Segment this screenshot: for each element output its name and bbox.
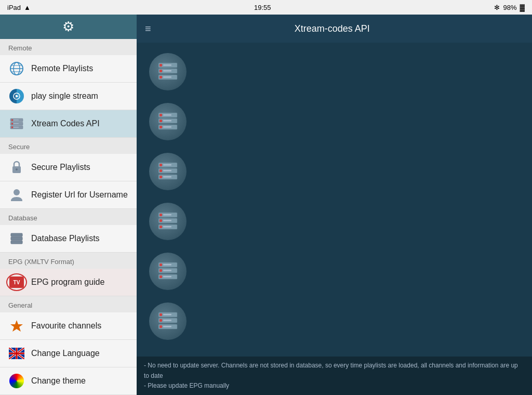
svg-rect-57 (159, 176, 162, 178)
section-epg: EPG (XMLTV Format) (0, 253, 137, 269)
svg-rect-19 (11, 233, 22, 236)
svg-rect-8 (11, 120, 13, 121)
server-icon-6 (149, 302, 187, 340)
server-icon-4 (149, 203, 187, 240)
server-item-1[interactable] (147, 48, 522, 96)
star-icon (8, 318, 25, 334)
sidebar: ⚙ Remote Remote Playlists (0, 15, 137, 395)
svg-rect-75 (159, 275, 162, 278)
svg-rect-34 (163, 64, 171, 66)
sidebar-item-database-playlists[interactable]: Database Playlists (0, 225, 137, 253)
server-item-5[interactable] (147, 247, 522, 295)
svg-rect-21 (11, 241, 22, 244)
svg-marker-6 (16, 95, 19, 98)
sidebar-item-play-single-stream[interactable]: play single stream (0, 83, 137, 110)
section-database: Database (0, 209, 137, 225)
sidebar-item-remote-playlists[interactable]: Remote Playlists (0, 55, 137, 83)
bottom-info: - No need to update server. Channels are… (137, 357, 532, 395)
svg-rect-70 (163, 264, 171, 266)
svg-rect-31 (16, 348, 18, 359)
wifi-icon: ▲ (24, 4, 31, 11)
svg-rect-52 (163, 164, 171, 166)
svg-rect-40 (163, 76, 171, 78)
svg-rect-58 (163, 176, 171, 178)
svg-rect-49 (163, 126, 171, 128)
bottom-info-line-1: - No need to update server. Channels are… (144, 361, 525, 380)
server-icon-2 (149, 103, 187, 140)
person-icon (8, 187, 25, 203)
server-list (137, 43, 532, 357)
svg-rect-72 (159, 269, 162, 272)
battery-percent: 98% (503, 4, 516, 11)
change-theme-label: Change theme (31, 376, 86, 386)
svg-rect-45 (159, 120, 162, 122)
svg-rect-64 (163, 220, 171, 221)
xtream-codes-api-label: Xtream Codes API (31, 119, 100, 128)
theme-icon (8, 373, 25, 389)
secure-playlists-label: Secure Playlists (31, 163, 90, 172)
database-playlists-label: Database Playlists (31, 234, 100, 243)
sidebar-header: ⚙ (0, 15, 137, 39)
svg-rect-20 (11, 237, 22, 240)
remote-playlists-label: Remote Playlists (31, 64, 93, 73)
battery-icon: ▓ (520, 4, 525, 11)
status-time: 19:55 (254, 4, 271, 11)
server-icon-3 (149, 153, 187, 190)
sidebar-item-favourite-channels[interactable]: Favourite channels (0, 312, 137, 340)
change-language-label: Change Language (31, 349, 100, 358)
globe-icon (8, 60, 25, 77)
svg-rect-36 (159, 70, 162, 72)
app-container: ⚙ Remote Remote Playlists (0, 15, 532, 395)
favourite-channels-label: Favourite channels (31, 321, 101, 331)
svg-rect-55 (163, 170, 171, 172)
sidebar-item-change-language[interactable]: Change Language (0, 340, 137, 367)
svg-rect-66 (159, 226, 162, 228)
svg-rect-60 (159, 214, 162, 216)
epg-program-guide-label: EPG program guide (31, 278, 104, 287)
svg-rect-9 (14, 120, 19, 121)
sidebar-item-register-url[interactable]: Register Url for Username (0, 181, 137, 209)
server-item-6[interactable] (147, 297, 522, 345)
svg-rect-63 (159, 219, 162, 222)
gear-icon[interactable]: ⚙ (62, 19, 74, 35)
topbar: ≡ Xtream-codes API (137, 15, 532, 43)
svg-rect-76 (163, 276, 171, 278)
sidebar-item-secure-playlists[interactable]: Secure Playlists (0, 154, 137, 181)
svg-rect-33 (159, 64, 162, 67)
section-remote: Remote (0, 39, 137, 55)
lock-icon (8, 159, 25, 176)
svg-rect-39 (159, 76, 162, 78)
main-content: ≡ Xtream-codes API (137, 15, 532, 395)
svg-rect-43 (163, 114, 171, 116)
hamburger-icon[interactable]: ≡ (145, 23, 151, 35)
svg-rect-12 (14, 123, 19, 124)
svg-rect-51 (159, 164, 162, 166)
svg-rect-11 (11, 123, 13, 125)
status-right: ✻ 98% ▓ (494, 4, 525, 11)
server-item-4[interactable] (147, 198, 522, 245)
svg-rect-85 (163, 326, 171, 327)
server-item-2[interactable] (147, 98, 522, 146)
svg-rect-54 (159, 169, 162, 172)
status-left: iPad ▲ (7, 4, 31, 11)
svg-rect-48 (159, 126, 162, 128)
svg-rect-81 (159, 319, 162, 322)
svg-rect-14 (11, 127, 13, 128)
svg-rect-15 (14, 127, 19, 128)
server-icon-1 (149, 53, 187, 90)
svg-point-18 (14, 189, 20, 195)
sidebar-item-change-theme[interactable]: Change theme (0, 367, 137, 395)
svg-rect-42 (159, 114, 162, 116)
sidebar-item-xtream-codes-api[interactable]: Xtream Codes API (0, 110, 137, 138)
play-single-stream-label: play single stream (31, 91, 98, 101)
sidebar-item-epg-program-guide[interactable]: TV EPG program guide (0, 269, 137, 296)
svg-rect-78 (159, 313, 162, 316)
svg-rect-37 (163, 70, 171, 72)
server-item-3[interactable] (147, 148, 522, 195)
svg-rect-73 (163, 270, 171, 271)
server-icon-5 (149, 253, 187, 290)
register-url-label: Register Url for Username (31, 190, 128, 200)
bottom-info-line-2: - Please update EPG manually (144, 381, 525, 391)
svg-marker-22 (10, 320, 23, 332)
flag-uk-icon (8, 345, 25, 362)
